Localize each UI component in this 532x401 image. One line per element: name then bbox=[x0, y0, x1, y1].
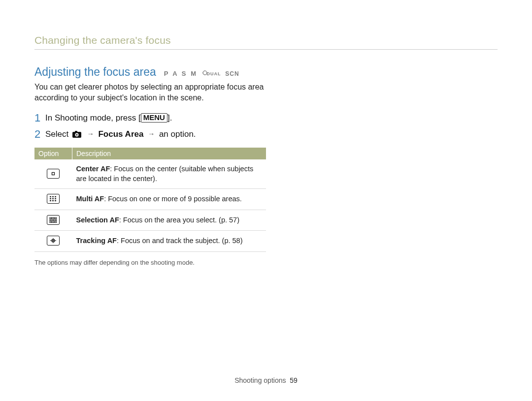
svg-rect-21 bbox=[55, 217, 57, 219]
table-row: Multi AF: Focus on one or more of 9 poss… bbox=[34, 189, 266, 210]
step-text: In Shooting mode, press [MENU]. bbox=[45, 112, 172, 124]
camera-icon bbox=[72, 130, 82, 138]
section-title-row: Adjusting the focus area P A S M DUAL SC… bbox=[34, 65, 271, 79]
option-name: Center AF bbox=[76, 165, 110, 173]
step-number: 2 bbox=[34, 128, 45, 141]
selection-af-icon bbox=[47, 215, 60, 225]
option-icon-cell bbox=[34, 231, 72, 252]
center-af-icon bbox=[47, 169, 60, 179]
option-name: Tracking AF bbox=[76, 237, 117, 245]
option-icon-cell bbox=[34, 159, 72, 189]
options-table: Option Description Center AF: Focus on t bbox=[34, 148, 266, 252]
option-description: Tracking AF: Focus on and track the subj… bbox=[72, 231, 266, 252]
header-description: Description bbox=[72, 148, 266, 159]
step-prefix: In Shooting mode, press [ bbox=[45, 113, 141, 123]
svg-rect-20 bbox=[52, 217, 54, 219]
option-description: Center AF: Focus on the center (suitable… bbox=[72, 159, 266, 189]
step-suffix: ]. bbox=[167, 113, 172, 123]
mode-letters: P A S M bbox=[164, 70, 198, 77]
mode-indicators: P A S M DUAL SCN bbox=[164, 70, 239, 77]
svg-rect-9 bbox=[52, 173, 55, 175]
svg-rect-18 bbox=[55, 200, 56, 201]
step-1: 1 In Shooting mode, press [MENU]. bbox=[34, 112, 271, 124]
svg-rect-6 bbox=[75, 131, 77, 132]
header-rule bbox=[34, 49, 498, 50]
svg-rect-17 bbox=[52, 200, 54, 201]
arrow-icon: → bbox=[87, 129, 94, 139]
step-suffix: an option. bbox=[157, 129, 196, 139]
table-row: Tracking AF: Focus on and track the subj… bbox=[34, 231, 266, 252]
footer-section: Shooting options bbox=[234, 376, 286, 384]
option-desc: : Focus on the area you select. (p. 57) bbox=[119, 216, 239, 224]
svg-rect-25 bbox=[52, 221, 54, 223]
option-desc: : Focus on and track the subject. (p. 58… bbox=[117, 237, 243, 245]
option-description: Selection AF: Focus on the area you sele… bbox=[72, 210, 266, 231]
svg-point-8 bbox=[76, 134, 77, 135]
table-row: Center AF: Focus on the center (suitable… bbox=[34, 159, 266, 189]
svg-rect-23 bbox=[55, 219, 57, 221]
step-text: Select → Focus Area → an option. bbox=[45, 128, 196, 140]
tracking-af-icon bbox=[47, 236, 60, 246]
step-prefix: Select bbox=[45, 129, 71, 139]
option-desc: : Focus on one or more of 9 possible are… bbox=[104, 195, 242, 203]
svg-rect-22 bbox=[50, 219, 52, 221]
section-intro: You can get clearer photos by selecting … bbox=[34, 82, 271, 103]
svg-rect-13 bbox=[50, 198, 51, 199]
svg-rect-11 bbox=[52, 196, 54, 197]
mode-dual: DUAL bbox=[207, 71, 221, 76]
svg-rect-27 bbox=[52, 219, 54, 221]
svg-rect-26 bbox=[55, 221, 57, 223]
step-number: 1 bbox=[34, 112, 45, 124]
footnote: The options may differ depending on the … bbox=[34, 259, 271, 266]
steps-list: 1 In Shooting mode, press [MENU]. 2 Sele… bbox=[34, 112, 271, 141]
table-row: Selection AF: Focus on the area you sele… bbox=[34, 210, 266, 231]
svg-rect-24 bbox=[50, 221, 52, 223]
svg-rect-14 bbox=[52, 198, 54, 199]
svg-rect-19 bbox=[50, 217, 52, 219]
svg-rect-12 bbox=[55, 196, 56, 197]
option-description: Multi AF: Focus on one or more of 9 poss… bbox=[72, 189, 266, 210]
section: Adjusting the focus area P A S M DUAL SC… bbox=[34, 65, 271, 266]
focus-area-label: Focus Area bbox=[98, 129, 143, 139]
svg-rect-15 bbox=[55, 198, 56, 199]
chapter-header: Changing the camera's focus bbox=[34, 34, 498, 50]
step-2: 2 Select → Focus Area → an option. bbox=[34, 128, 271, 141]
option-name: Selection AF bbox=[76, 216, 119, 224]
menu-button-label: MENU bbox=[141, 113, 167, 123]
page: Changing the camera's focus Adjusting th… bbox=[0, 0, 532, 401]
svg-rect-16 bbox=[50, 200, 51, 201]
section-title: Adjusting the focus area bbox=[34, 65, 156, 79]
page-footer: Shooting options 59 bbox=[0, 376, 532, 384]
arrow-icon: → bbox=[148, 129, 155, 139]
page-number: 59 bbox=[290, 376, 298, 384]
table-header-row: Option Description bbox=[34, 148, 266, 159]
svg-point-0 bbox=[203, 71, 207, 75]
mode-scn: SCN bbox=[225, 70, 239, 77]
option-name: Multi AF bbox=[76, 195, 104, 203]
svg-rect-10 bbox=[50, 196, 51, 197]
chapter-title: Changing the camera's focus bbox=[34, 34, 498, 46]
option-icon-cell bbox=[34, 210, 72, 231]
multi-af-icon bbox=[47, 194, 60, 204]
header-option: Option bbox=[34, 148, 72, 159]
option-icon-cell bbox=[34, 189, 72, 210]
